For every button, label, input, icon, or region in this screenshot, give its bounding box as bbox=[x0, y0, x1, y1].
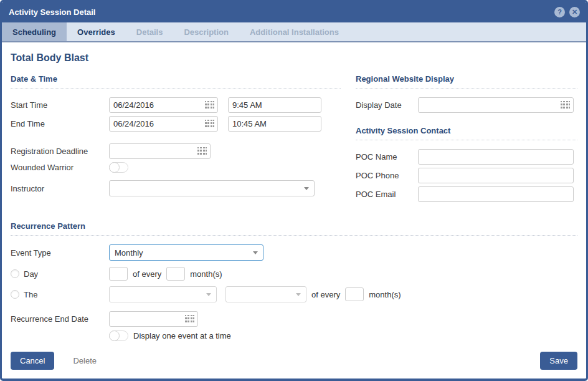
toggle-knob bbox=[109, 330, 120, 341]
calendar-icon[interactable] bbox=[205, 120, 214, 128]
tab-strip: Scheduling Overrides Details Description… bbox=[2, 22, 586, 42]
end-time-input[interactable] bbox=[228, 116, 321, 132]
one-event-toggle[interactable] bbox=[109, 330, 128, 341]
poc-name-input[interactable] bbox=[418, 149, 574, 165]
dialog-footer: Cancel Delete Save bbox=[2, 344, 586, 379]
recurrence-end-date-label: Recurrence End Date bbox=[11, 314, 109, 324]
start-time-row: Start Time bbox=[11, 97, 341, 113]
chevron-down-icon bbox=[304, 187, 309, 190]
end-date-picker bbox=[109, 116, 218, 132]
of-every-text: of every bbox=[133, 269, 161, 279]
left-column: Date & Time Start Time bbox=[11, 74, 341, 205]
page-title: Total Body Blast bbox=[11, 52, 577, 64]
recurrence-the-row: The of every month(s) bbox=[11, 286, 577, 302]
wounded-warrior-toggle[interactable] bbox=[109, 162, 128, 173]
day-interval-input[interactable] bbox=[166, 267, 185, 281]
tab-scheduling[interactable]: Scheduling bbox=[2, 22, 67, 41]
display-date-picker bbox=[418, 97, 574, 113]
delete-button[interactable]: Delete bbox=[69, 355, 100, 366]
wounded-warrior-row: Wounded Warrior bbox=[11, 162, 341, 173]
display-date-label: Display Date bbox=[356, 100, 418, 110]
recurrence-end-date-row: Recurrence End Date bbox=[11, 311, 577, 327]
months-text: month(s) bbox=[369, 290, 401, 299]
instructor-dropdown[interactable] bbox=[109, 180, 315, 196]
chevron-down-icon bbox=[296, 293, 301, 296]
registration-deadline-picker bbox=[109, 143, 211, 159]
day-radio-label: Day bbox=[24, 269, 38, 279]
poc-phone-row: POC Phone bbox=[356, 168, 577, 183]
the-radio[interactable] bbox=[11, 290, 19, 299]
scheduling-panel: Total Body Blast Date & Time Start Time bbox=[2, 42, 586, 344]
end-time-label: End Time bbox=[11, 119, 109, 128]
day-number-input[interactable] bbox=[109, 267, 128, 281]
poc-email-input[interactable] bbox=[418, 186, 574, 202]
tab-overrides[interactable]: Overrides bbox=[67, 22, 126, 41]
instructor-label: Instructor bbox=[11, 184, 109, 193]
right-column: Regional Website Display Display Date Ac… bbox=[356, 74, 577, 205]
poc-phone-input[interactable] bbox=[418, 168, 574, 183]
section-regional-website-display: Regional Website Display bbox=[356, 74, 577, 89]
weekday-dropdown[interactable] bbox=[225, 286, 306, 302]
tab-details: Details bbox=[126, 22, 174, 41]
calendar-icon[interactable] bbox=[561, 101, 570, 109]
calendar-icon[interactable] bbox=[205, 101, 214, 109]
months-text: month(s) bbox=[190, 269, 222, 279]
start-date-picker bbox=[109, 97, 218, 113]
event-type-dropdown-value: Monthly bbox=[115, 248, 143, 258]
start-time-label: Start Time bbox=[11, 100, 109, 110]
registration-deadline-row: Registration Deadline bbox=[11, 143, 341, 159]
titlebar-actions: ? ✕ bbox=[554, 7, 580, 17]
display-date-row: Display Date bbox=[356, 97, 577, 113]
tab-description: Description bbox=[173, 22, 239, 41]
recurrence-day-row: Day of every month(s) bbox=[11, 267, 577, 281]
chevron-down-icon bbox=[253, 251, 258, 254]
chevron-down-icon bbox=[206, 293, 211, 296]
poc-name-row: POC Name bbox=[356, 149, 577, 165]
event-type-dropdown[interactable]: Monthly bbox=[109, 244, 263, 261]
event-type-row: Event Type Monthly bbox=[11, 244, 577, 261]
section-date-time: Date & Time bbox=[11, 74, 341, 89]
wounded-warrior-label: Wounded Warrior bbox=[11, 163, 109, 172]
registration-deadline-input[interactable] bbox=[109, 143, 211, 159]
the-radio-label: The bbox=[24, 290, 37, 299]
instructor-row: Instructor bbox=[11, 180, 341, 196]
display-date-input[interactable] bbox=[418, 97, 574, 113]
end-date-input[interactable] bbox=[109, 116, 218, 132]
help-icon[interactable]: ? bbox=[554, 7, 565, 17]
section-recurrence-pattern: Recurrence Pattern bbox=[11, 221, 577, 236]
tab-additional-installations: Additional Installations bbox=[239, 22, 349, 41]
poc-phone-label: POC Phone bbox=[356, 171, 418, 180]
dialog-titlebar: Activity Session Detail ? ✕ bbox=[2, 2, 586, 22]
one-event-row: Display one event at a time bbox=[11, 330, 577, 341]
ordinal-dropdown[interactable] bbox=[109, 286, 217, 302]
poc-name-label: POC Name bbox=[356, 152, 418, 162]
dialog-title: Activity Session Detail bbox=[9, 7, 95, 17]
poc-email-row: POC Email bbox=[356, 186, 577, 202]
calendar-icon[interactable] bbox=[197, 147, 207, 155]
calendar-icon[interactable] bbox=[185, 315, 194, 323]
poc-email-label: POC Email bbox=[356, 190, 418, 199]
registration-deadline-label: Registration Deadline bbox=[11, 147, 109, 156]
close-icon[interactable]: ✕ bbox=[569, 7, 580, 17]
event-type-label: Event Type bbox=[11, 248, 109, 258]
cancel-button[interactable]: Cancel bbox=[11, 352, 54, 370]
recurrence-end-date-picker bbox=[109, 311, 198, 327]
the-interval-input[interactable] bbox=[345, 287, 364, 301]
activity-session-detail-dialog: Activity Session Detail ? ✕ Scheduling O… bbox=[0, 0, 588, 381]
start-date-input[interactable] bbox=[109, 97, 218, 113]
save-button[interactable]: Save bbox=[540, 352, 577, 370]
section-activity-session-contact: Activity Session Contact bbox=[356, 126, 577, 140]
of-every-text: of every bbox=[311, 290, 340, 299]
day-radio[interactable] bbox=[11, 269, 19, 278]
toggle-knob bbox=[109, 162, 120, 173]
start-time-input[interactable] bbox=[228, 97, 321, 113]
one-event-label: Display one event at a time bbox=[133, 331, 231, 340]
end-time-row: End Time bbox=[11, 116, 341, 132]
